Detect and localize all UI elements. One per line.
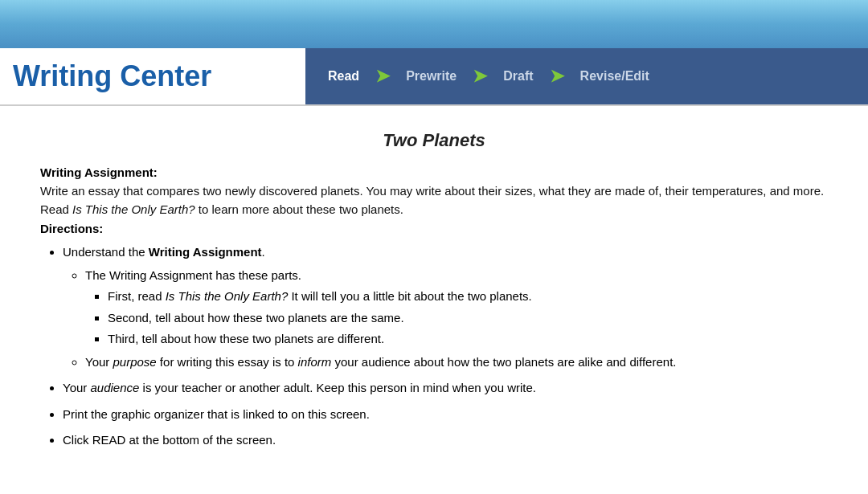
bullet1-bold: Writing Assignment: [149, 245, 262, 259]
list-item-2: Your audience is your teacher or another…: [63, 379, 828, 398]
subsub2-text: Second, tell about how these two planets…: [108, 311, 404, 325]
writing-assignment-label: Writing Assignment:: [40, 165, 828, 179]
subsub-item-3: Third, tell about how these two planets …: [108, 330, 828, 349]
sub2-post: your audience about how the two planets …: [331, 355, 676, 369]
bullet1-text-post: .: [262, 245, 265, 259]
bullet2-italic: audience: [90, 381, 139, 394]
sub-sub-list: First, read Is This the Only Earth? It w…: [108, 288, 828, 349]
sub2-italic2: inform: [298, 355, 332, 369]
subsub1-post: It will tell you a little bit about the …: [288, 289, 532, 303]
sub1-text: The Writing Assignment has these parts.: [85, 268, 301, 282]
directions-list: Understand the Writing Assignment. The W…: [63, 243, 828, 450]
app-title: Writing Center: [13, 59, 211, 93]
tab-draft[interactable]: Draft: [489, 61, 547, 92]
list-item-4: Click READ at the bottom of the screen.: [63, 431, 828, 450]
arrow-icon-1: ➤: [375, 66, 390, 87]
subsub1-pre: First, read: [108, 289, 166, 303]
sub-list-item-2: Your purpose for writing this essay is t…: [85, 353, 828, 372]
tab-read[interactable]: Read: [313, 61, 374, 92]
assignment-book-title: Is This the Only Earth?: [72, 202, 195, 216]
subsub-item-2: Second, tell about how these two planets…: [108, 309, 828, 328]
bullet2-pre: Your: [63, 381, 90, 394]
tab-revise-edit[interactable]: Revise/Edit: [566, 61, 664, 92]
subsub1-italic: Is This the Only Earth?: [166, 289, 289, 303]
sub2-pre: Your: [85, 355, 113, 369]
bullet1-text-pre: Understand the: [63, 245, 149, 259]
bullet2-post: is your teacher or another adult. Keep t…: [139, 381, 536, 394]
subsub3-text: Third, tell about how these two planets …: [108, 332, 384, 345]
header-title-section: Writing Center: [0, 48, 305, 104]
page-title: Two Planets: [40, 130, 828, 151]
directions-label: Directions:: [40, 222, 828, 235]
sub2-mid: for writing this essay is to: [157, 355, 298, 369]
bullet3-text: Print the graphic organizer that is link…: [63, 407, 370, 421]
main-content: Two Planets Writing Assignment: Write an…: [0, 106, 868, 482]
assignment-text-post: to learn more about these two planets.: [195, 202, 403, 216]
tab-prewrite[interactable]: Prewrite: [391, 61, 471, 92]
assignment-body: Write an essay that compares two newly d…: [40, 182, 828, 218]
sub-list-item-1: The Writing Assignment has these parts. …: [85, 267, 828, 349]
arrow-icon-3: ➤: [550, 66, 564, 87]
sub2-italic1: purpose: [113, 355, 156, 369]
top-banner: [0, 0, 868, 48]
header: Writing Center Read ➤ Prewrite ➤ Draft ➤…: [0, 48, 868, 106]
bullet4-text: Click READ at the bottom of the screen.: [63, 433, 276, 447]
arrow-icon-2: ➤: [473, 66, 487, 87]
list-item-3: Print the graphic organizer that is link…: [63, 406, 828, 424]
nav-tabs: Read ➤ Prewrite ➤ Draft ➤ Revise/Edit: [305, 48, 868, 104]
subsub-item-1: First, read Is This the Only Earth? It w…: [108, 288, 828, 306]
sub-list-1: The Writing Assignment has these parts. …: [85, 267, 828, 372]
list-item-1: Understand the Writing Assignment. The W…: [63, 243, 828, 371]
